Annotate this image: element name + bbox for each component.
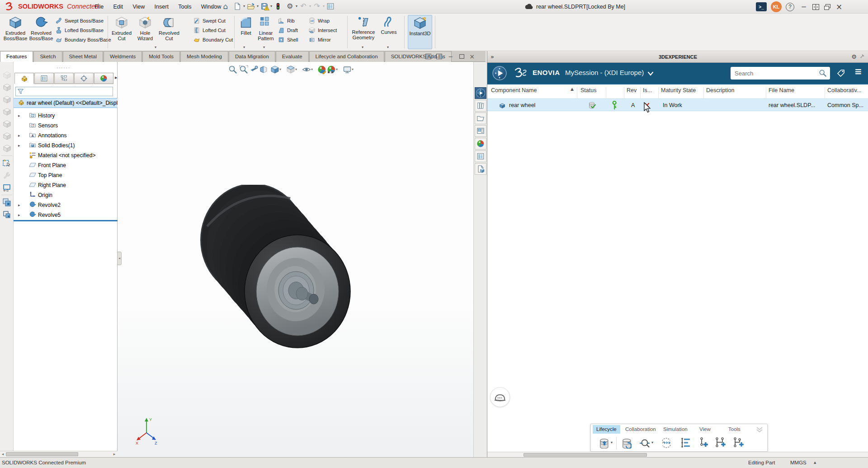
tab-mesh-modeling[interactable]: Mesh Modeling [180, 51, 228, 62]
extruded-cut-button[interactable]: Extruded Cut [110, 15, 133, 41]
col-file-name[interactable]: File Name [769, 87, 794, 98]
tab-data-migration[interactable]: Data Migration [229, 51, 275, 62]
convert-entities-icon[interactable] [2, 197, 12, 207]
expand-arrow-icon[interactable]: ▸ [18, 114, 20, 118]
tree-item-right-plane[interactable]: Right Plane [14, 180, 118, 190]
restore-button[interactable] [821, 1, 833, 13]
view-cube-icon[interactable] [2, 82, 12, 92]
tree-item-revolve2[interactable]: ▸ Revolve2 [14, 200, 118, 210]
shell-button[interactable]: Shell [278, 35, 298, 44]
fillet-caret-icon[interactable]: ▾ [243, 46, 245, 49]
tree-item-top-plane[interactable]: Top Plane [14, 170, 118, 180]
toolbox-tab-collaboration[interactable]: Collaboration [622, 425, 660, 434]
tab-features[interactable]: Features [0, 51, 33, 62]
view-orientation-caret-icon[interactable]: ▾ [279, 68, 281, 71]
linear-pattern-button[interactable]: Linear Pattern [255, 15, 277, 41]
previous-view-icon[interactable] [248, 64, 259, 75]
options-gear-icon[interactable]: ⚙ [284, 1, 296, 12]
tree-filter-field[interactable] [15, 87, 113, 96]
undo-button[interactable]: ↶ [297, 1, 309, 12]
menu-edit[interactable]: Edit [109, 0, 127, 14]
tab-weldments[interactable]: Weldments [104, 51, 142, 62]
taskpane-built-in-libraries-icon[interactable] [475, 163, 486, 175]
extruded-boss-base-button[interactable]: Extruded Boss/Base [3, 15, 28, 41]
tab-sheet-metal[interactable]: Sheet Metal [63, 51, 103, 62]
feature-tree-horizontal-scrollbar[interactable]: ◂ ▸ [0, 451, 118, 457]
sort-ascending-icon[interactable]: ▲ [571, 87, 574, 98]
view-settings-icon[interactable] [342, 64, 353, 75]
assistant-chat-bubble[interactable] [490, 387, 510, 407]
reload-from-3dexperience-icon[interactable] [619, 436, 632, 449]
tree-item-front-plane[interactable]: Front Plane [14, 160, 118, 170]
pin-menubar-icon[interactable] [209, 3, 217, 12]
save-to-3dexperience-icon[interactable] [596, 436, 610, 449]
screen-sketch-icon[interactable] [2, 183, 12, 192]
new-document-button[interactable] [231, 1, 243, 12]
menu-file[interactable]: File [90, 0, 108, 14]
reference-geometry-caret-icon[interactable]: ▾ [362, 46, 363, 49]
expand-arrow-icon[interactable]: ▸ [18, 213, 20, 217]
col-issues[interactable]: Is... [643, 87, 652, 98]
redo-button[interactable]: ↷ [311, 1, 323, 12]
toolbox-tab-tools[interactable]: Tools [725, 425, 744, 434]
graphics-viewport[interactable]: ▾ ▾ ▾ ▾ ▾ Y X Z ◂ [118, 62, 473, 457]
expand-arrow-icon[interactable]: ▸ [18, 144, 20, 148]
explore-icon[interactable] [638, 436, 651, 449]
menu-view[interactable]: View [128, 0, 149, 14]
tree-item-root-part[interactable]: rear wheel (Default) <<Default>_Displ [14, 98, 118, 108]
explore-caret-icon[interactable]: ▾ [651, 441, 653, 445]
search-input[interactable] [731, 70, 819, 77]
expand-arrow-icon[interactable]: ▸ [18, 134, 20, 138]
toolbox-tab-simulation[interactable]: Simulation [660, 425, 691, 434]
menu-tools[interactable]: Tools [174, 0, 195, 14]
fm-tab-configuration-manager[interactable] [54, 73, 74, 84]
component-row-rear-wheel[interactable]: rear wheel A In Work rear wheel.SLDP... … [487, 98, 868, 111]
panel-collapse-icon[interactable]: » [491, 54, 494, 60]
view-cube-icon[interactable] [2, 94, 12, 104]
col-status[interactable]: Status [580, 87, 596, 98]
zoom-to-area-icon[interactable] [238, 64, 249, 75]
toolbox-tab-lifecycle[interactable]: Lifecycle [593, 425, 620, 434]
swept-boss-base-button[interactable]: Swept Boss/Base [55, 16, 104, 25]
view-orientation-icon[interactable] [269, 64, 280, 75]
scrollbar-thumb[interactable] [6, 452, 78, 456]
open-button[interactable] [245, 1, 257, 12]
tab-lifecycle-collaboration[interactable]: Lifecycle and Collaboration [309, 51, 384, 62]
apply-scene-icon[interactable] [326, 64, 337, 75]
tree-item-origin[interactable]: Origin [14, 190, 118, 200]
toolbox-collapse-chevrons-icon[interactable] [755, 426, 764, 433]
mirror-button[interactable]: Mirror [308, 35, 331, 44]
hamburger-menu-icon[interactable]: ≡ [854, 67, 862, 76]
dx-panel-horizontal-scrollbar[interactable] [487, 452, 868, 457]
col-maturity-state[interactable]: Maturity State [661, 87, 696, 98]
search-icon[interactable] [819, 69, 827, 77]
home-button[interactable]: ⌂ [220, 1, 231, 12]
revolved-cut-button[interactable]: Revolved Cut [157, 15, 181, 41]
tree-item-annotations[interactable]: ▸ A Annotations [14, 131, 118, 140]
taskpane-design-library-icon[interactable] [475, 100, 486, 112]
panel-grip-handle[interactable]: ...... [57, 65, 71, 69]
avatar[interactable]: KL [771, 1, 782, 12]
display-style-caret-icon[interactable]: ▾ [295, 68, 297, 71]
zoom-to-fit-icon[interactable] [227, 64, 238, 75]
revolved-cut-caret-icon[interactable]: ▾ [155, 46, 156, 49]
rib-button[interactable]: Rib [278, 16, 295, 25]
taskpane-file-explorer-icon[interactable] [475, 112, 486, 124]
scrollbar-thumb[interactable] [524, 453, 647, 457]
taskpane-appearances-icon[interactable] [475, 138, 486, 150]
curves-caret-icon[interactable]: ▾ [387, 46, 389, 49]
toolbox-tab-view[interactable]: View [696, 425, 714, 434]
new-sketch-icon[interactable] [2, 158, 12, 168]
taskpane-view-palette-icon[interactable] [475, 125, 486, 137]
lifecycle-status-button[interactable] [272, 1, 284, 12]
save-caret-icon[interactable]: ▾ [611, 441, 613, 445]
fillet-button[interactable]: Fillet [237, 15, 255, 36]
fm-tab-dimxpert-manager[interactable] [74, 73, 94, 84]
col-description[interactable]: Description [706, 87, 735, 98]
wheel-3d-model[interactable] [185, 185, 366, 370]
view-cube-icon[interactable] [2, 119, 12, 129]
tree-item-solid-bodies[interactable]: ▸ Solid Bodies(1) [14, 140, 118, 150]
tag-icon[interactable] [836, 69, 845, 79]
reference-geometry-button[interactable]: Reference Geometry [350, 15, 377, 40]
update-icon[interactable] [660, 436, 673, 449]
